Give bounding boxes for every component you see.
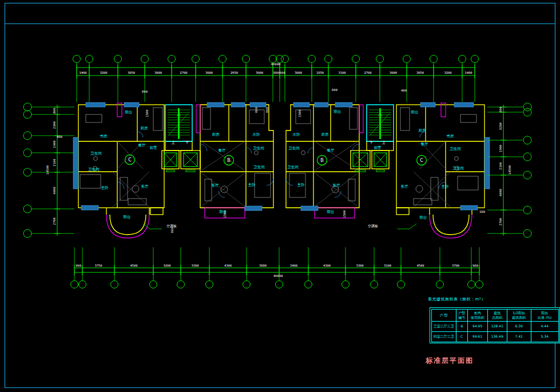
room-label: 卫生间 <box>287 165 299 169</box>
dim-label: 3000 <box>154 71 162 74</box>
dim-label: 1900 <box>499 145 502 152</box>
room-label: 卫生间 <box>253 165 265 169</box>
dim-label: 3100 <box>384 264 391 267</box>
dim-label: 400 <box>401 89 407 92</box>
annotation-label: 空调板 <box>368 224 378 228</box>
dim-label: 3200 <box>499 122 502 130</box>
area-table-cell: 99.61 <box>467 331 487 342</box>
room-label: 餐厅 <box>219 148 227 153</box>
dim-label: 3000 <box>256 71 263 74</box>
dim-label: 14500 <box>508 165 511 175</box>
room-label: 阳台 <box>334 109 341 114</box>
room-label: 餐厅 <box>327 148 335 153</box>
dim-label: 2700 <box>364 71 371 74</box>
dim-label: 2700 <box>180 71 187 74</box>
dim-label: 4500 <box>130 264 137 267</box>
room-label: 厨房 <box>141 126 149 130</box>
area-table-title: 单元建筑面积表（面积：m²） <box>428 296 486 302</box>
dim-label: 1400 <box>79 71 86 74</box>
dim-label: 14500 <box>46 165 49 175</box>
room-label: 客厅 <box>333 183 341 188</box>
dim-label: 600 <box>499 107 502 113</box>
room-label: 前室 <box>374 145 382 150</box>
room-label: 次卧 <box>293 132 301 137</box>
area-table-header: 户 型 <box>431 309 456 321</box>
room-label: 餐厅 <box>138 143 146 148</box>
unit-bubble-letter: B <box>227 158 231 163</box>
dimension-text-layer: 1400320030503000270030002650300080060030… <box>46 62 511 278</box>
area-table-header: 阳台 比值 (%) <box>531 309 558 321</box>
area-table-cell: C <box>456 331 467 342</box>
dim-label: 3200 <box>163 264 170 267</box>
area-table-cell: 四室二厅二卫 <box>431 331 456 342</box>
balcony-rails <box>106 103 472 238</box>
dim-label: 4300 <box>323 264 331 267</box>
room-label: 前室 <box>150 145 158 150</box>
room-label: 阳台 <box>125 110 133 114</box>
dim-label: 2100 <box>53 159 56 166</box>
dim-label: 4000 <box>499 189 502 196</box>
unit-bubble-letter: C <box>128 157 132 163</box>
dim-label: 100 <box>479 210 485 213</box>
dim-label: 1400 <box>464 71 472 74</box>
dim-label: 46000 <box>273 274 283 278</box>
dim-label: 3200 <box>100 71 107 74</box>
dim-label: 1850 <box>316 71 324 74</box>
dim-label: 2700 <box>53 217 56 225</box>
dim-label: 1500 <box>343 210 346 217</box>
dim-label: 900 <box>472 264 478 267</box>
dim-label: 3700 <box>452 264 459 267</box>
room-label: 卫生间 <box>288 146 300 151</box>
dim-label: 2650 <box>231 71 238 74</box>
area-table-header: 套内 使用面积 <box>467 309 487 321</box>
dim-label: 600 <box>332 88 337 92</box>
room-label: 厨房 <box>419 128 427 133</box>
room-label: 阳台 <box>220 209 227 214</box>
room-label: 厨房 <box>212 132 220 137</box>
dim-label: 1900 <box>53 140 56 148</box>
annotation-label: 下 <box>370 140 373 144</box>
area-table-cell: 136.49 <box>487 331 507 342</box>
dim-label: 600 <box>265 107 269 113</box>
area-table-row: 三室二厅二卫B94.95128.416.394.44 <box>431 321 558 331</box>
room-label: 卫生间 <box>88 167 100 172</box>
area-table-cell: 三室二厅二卫 <box>431 321 456 331</box>
dim-label: 4300 <box>224 264 232 267</box>
dim-label: 800 <box>53 108 56 114</box>
drawing-title: 标准层平面图 <box>426 356 474 366</box>
room-label: 卫生间 <box>450 146 461 151</box>
room-label: 餐厅 <box>421 142 429 146</box>
annotation-label: 上 <box>382 140 386 144</box>
dim-label: 400 <box>57 135 62 138</box>
room-label: 主卧 <box>297 183 305 187</box>
room-label: 卫生间 <box>452 166 464 171</box>
room-label: 卫生间 <box>253 146 264 151</box>
dim-label: 600 <box>280 71 285 74</box>
area-table-cell: 7.41 <box>507 331 531 342</box>
dim-label: 1500 <box>145 109 149 117</box>
room-label: 阳台 <box>420 215 427 220</box>
dim-label: 3050 <box>128 71 135 74</box>
dim-label: 3400 <box>290 264 297 267</box>
floor-hatch-layer <box>112 141 451 207</box>
room-label: 阳台 <box>124 215 131 219</box>
area-table-header: 建筑 总面积 <box>487 309 507 321</box>
area-table-cell: 5.34 <box>531 331 558 342</box>
room-label: 主卧 <box>248 183 256 187</box>
room-label: 书房 <box>100 134 108 138</box>
area-table-cell: B <box>456 321 467 331</box>
area-table: 户 型户型 编号套内 使用面积建筑 总面积1/2阳台 建筑面积阳台 比值 (%)… <box>430 307 560 343</box>
area-table-cell: 6.39 <box>507 321 531 331</box>
annotation-label: 空调板 <box>166 224 177 228</box>
dim-label: 3800 <box>259 264 267 267</box>
dim-label: 3000 <box>205 71 213 74</box>
unit-bubble-letter: B <box>320 158 324 163</box>
dim-label: 900 <box>76 264 81 267</box>
room-label: 客厅 <box>401 184 409 189</box>
dim-label: 3000 <box>390 71 397 74</box>
dim-label: 4500 <box>416 264 424 267</box>
room-label: 次卧 <box>253 132 261 137</box>
dim-label: 3000 <box>295 71 302 74</box>
dim-label: 600 <box>255 107 258 113</box>
dim-label: 600 <box>142 90 148 93</box>
